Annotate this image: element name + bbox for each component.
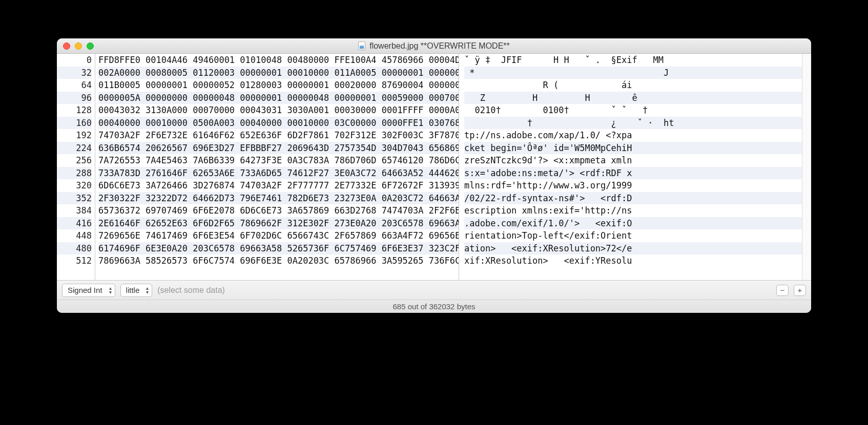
hex-cell[interactable]: 2F30322F 32322D72 64662D73 796E7461 782D…: [98, 192, 459, 205]
hex-cell[interactable]: 7A726553 7A4E5463 7A6B6339 64273F3E 0A3C…: [98, 154, 459, 167]
offset-cell[interactable]: 416: [57, 217, 92, 230]
document-icon: [358, 41, 365, 50]
offset-cell[interactable]: 256: [57, 154, 92, 167]
hex-cell[interactable]: 733A783D 2761646F 62653A6E 733A6D65 7461…: [98, 167, 459, 180]
offset-cell[interactable]: 32: [57, 67, 92, 79]
hex-cell[interactable]: 00043032 3130A000 00070000 00043031 3030…: [98, 104, 459, 117]
scrollbar[interactable]: [802, 54, 811, 280]
ascii-cell[interactable]: R ( ái: [464, 79, 802, 92]
hex-editor-window: flowerbed.jpg **OVERWRITE MODE** 0326496…: [57, 38, 811, 313]
ascii-cell[interactable]: Z H H ê: [464, 92, 802, 104]
hex-cell[interactable]: 636B6574 20626567 696E3D27 EFBBBF27 2069…: [98, 142, 459, 155]
hex-column[interactable]: FFD8FFE0 00104A46 49460001 01010048 0048…: [95, 54, 459, 280]
hex-cell[interactable]: 7269656E 74617469 6F6E3E54 6F702D6C 6566…: [98, 229, 459, 242]
hex-cell[interactable]: FFD8FFE0 00104A46 49460001 01010048 0048…: [98, 54, 459, 67]
status-bar: 685 out of 362032 bytes: [57, 300, 811, 313]
offset-cell[interactable]: 480: [57, 242, 92, 255]
hex-cell[interactable]: 00040000 00010000 0500A003 00040000 0001…: [98, 117, 459, 130]
offset-cell[interactable]: 192: [57, 129, 92, 142]
hex-cell[interactable]: 6174696F 6E3E0A20 203C6578 69663A58 5265…: [98, 242, 459, 255]
hex-cell[interactable]: 65736372 69707469 6F6E2078 6D6C6E73 3A65…: [98, 204, 459, 217]
offset-cell[interactable]: 448: [57, 229, 92, 242]
ascii-cell[interactable]: zreSzNTczkc9d'?> <x:xmpmeta xmln: [464, 154, 802, 167]
ascii-cell[interactable]: s:x='adobe:ns:meta/'> <rdf:RDF x: [464, 167, 802, 180]
minus-button[interactable]: −: [776, 285, 789, 296]
offset-cell[interactable]: 224: [57, 142, 92, 155]
title-text: flowerbed.jpg **OVERWRITE MODE**: [369, 41, 510, 51]
hex-cell[interactable]: 2E61646F 62652E63 6F6D2F65 7869662F 312E…: [98, 217, 459, 230]
offset-cell[interactable]: 64: [57, 79, 92, 92]
ascii-cell[interactable]: * J: [464, 67, 802, 79]
offset-column[interactable]: 0326496128160192224256288320352384416448…: [57, 54, 95, 280]
ascii-cell[interactable]: rientation>Top-left</exif:Orient: [464, 229, 802, 242]
ascii-cell[interactable]: /02/22-rdf-syntax-ns#'> <rdf:D: [464, 192, 802, 205]
offset-cell[interactable]: 512: [57, 254, 92, 267]
offset-cell[interactable]: 288: [57, 167, 92, 180]
offset-cell[interactable]: 128: [57, 104, 92, 117]
hex-cell[interactable]: 002A0000 00080005 01120003 00000001 0001…: [98, 67, 459, 79]
window-title: flowerbed.jpg **OVERWRITE MODE**: [57, 41, 811, 51]
titlebar[interactable]: flowerbed.jpg **OVERWRITE MODE**: [57, 38, 811, 54]
status-text: 685 out of 362032 bytes: [393, 302, 476, 311]
hex-content: 0326496128160192224256288320352384416448…: [57, 54, 811, 280]
offset-cell[interactable]: 384: [57, 204, 92, 217]
plus-button[interactable]: +: [794, 285, 806, 296]
hex-cell[interactable]: 0000005A 00000000 00000048 00000001 0000…: [98, 92, 459, 104]
ascii-column[interactable]: ˇ ÿ ‡ JFIF H H ˇ . §Exif MM * J R ( ái Z…: [459, 54, 802, 280]
hex-cell[interactable]: 6D6C6E73 3A726466 3D276874 74703A2F 2F77…: [98, 179, 459, 192]
offset-cell[interactable]: 352: [57, 192, 92, 205]
ascii-cell[interactable]: escription xmlns:exif='http://ns: [464, 204, 802, 217]
endian-select[interactable]: little ▴▾: [120, 284, 153, 297]
hex-cell[interactable]: 7869663A 58526573 6F6C7574 696F6E3E 0A20…: [98, 254, 459, 267]
offset-cell[interactable]: 0: [57, 54, 92, 67]
chevron-updown-icon: ▴▾: [146, 286, 149, 294]
ascii-cell[interactable]: ation> <exif:XResolution>72</e: [464, 242, 802, 255]
ascii-cell[interactable]: .adobe.com/exif/1.0/'> <exif:O: [464, 217, 802, 230]
inspector-placeholder: (select some data): [157, 286, 225, 295]
chevron-updown-icon: ▴▾: [109, 286, 112, 294]
ascii-cell[interactable]: † ¿ ˇ · ht: [464, 117, 802, 130]
hex-cell[interactable]: 74703A2F 2F6E732E 61646F62 652E636F 6D2F…: [98, 129, 459, 142]
ascii-cell[interactable]: cket begin='Ôªø' id='W5M0MpCehiH: [464, 142, 802, 155]
ascii-cell[interactable]: tp://ns.adobe.com/xap/1.0/ <?xpa: [464, 129, 802, 142]
hex-cell[interactable]: 011B0005 00000001 00000052 01280003 0000…: [98, 79, 459, 92]
inspector-bar: Signed Int ▴▾ little ▴▾ (select some dat…: [57, 280, 811, 300]
ascii-cell[interactable]: mlns:rdf='http://www.w3.org/1999: [464, 179, 802, 192]
offset-cell[interactable]: 320: [57, 179, 92, 192]
offset-cell[interactable]: 96: [57, 92, 92, 104]
ascii-cell[interactable]: ˇ ÿ ‡ JFIF H H ˇ . §Exif MM: [464, 54, 802, 67]
offset-cell[interactable]: 160: [57, 117, 92, 130]
type-select[interactable]: Signed Int ▴▾: [62, 284, 115, 297]
ascii-cell[interactable]: xif:XResolution> <exif:YResolu: [464, 254, 802, 267]
endian-select-value: little: [126, 286, 140, 294]
ascii-cell[interactable]: 0210† 0100† ˇ ˇ †: [464, 104, 802, 117]
type-select-value: Signed Int: [68, 286, 102, 294]
